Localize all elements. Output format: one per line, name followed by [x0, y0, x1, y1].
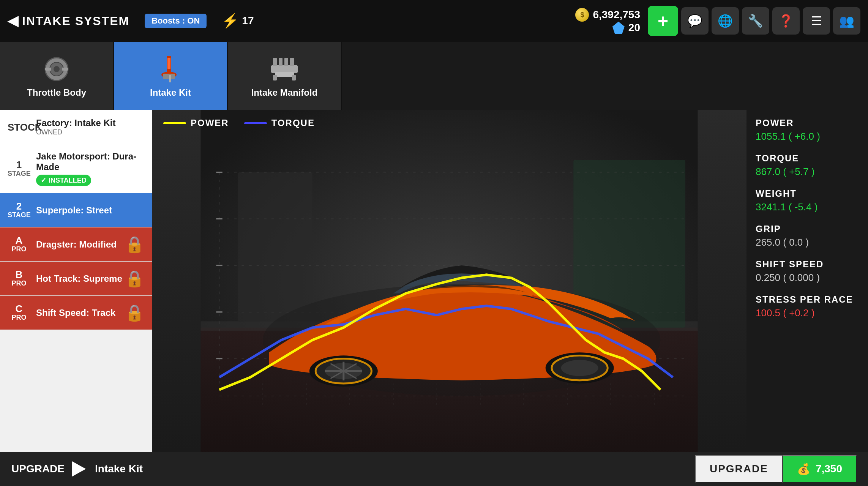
stat-torque-value: 867.0 ( +5.7 ) — [756, 166, 859, 178]
tab-throttle-body-label: Throttle Body — [27, 87, 86, 98]
svg-rect-12 — [273, 58, 277, 66]
torque-legend-label: TORQUE — [271, 118, 315, 128]
play-icon — [72, 461, 87, 477]
svg-rect-11 — [271, 65, 298, 73]
svg-rect-3 — [45, 68, 51, 71]
gem-row: 20 — [612, 22, 640, 34]
stage-sub-2: STAGE — [8, 211, 30, 219]
upgrade-name-c: Shift Speed: Track — [36, 308, 125, 318]
stat-weight-name: WEIGHT — [756, 188, 859, 199]
stat-torque-name: TORQUE — [756, 153, 859, 164]
upgrade-name-a: Dragster: Modified — [36, 239, 125, 250]
tab-row: Throttle Body Intake Kit Intake Manifold — [0, 42, 342, 110]
lock-icon-b: 🔒 — [125, 269, 144, 288]
torque-legend-line — [244, 122, 267, 124]
coin-icon: $ — [575, 8, 589, 22]
upgrade-item-stage1[interactable]: 1 STAGE Jake Motorsport: Dura-Made ✓ INS… — [0, 144, 152, 193]
back-arrow-icon: ◀ — [8, 13, 18, 29]
stage-label-a: A PRO — [8, 235, 30, 253]
main-content: STOCK Factory: Intake Kit OWNED 1 STAGE … — [0, 110, 868, 452]
upgrade-button[interactable]: UPGRADE — [695, 455, 783, 483]
stat-power: POWER 1055.1 ( +6.0 ) — [756, 118, 859, 142]
stage-text-a: A — [8, 235, 30, 245]
intake-kit-icon — [155, 54, 186, 84]
svg-rect-15 — [290, 58, 294, 66]
lightning-icon: ⚡ — [222, 13, 239, 29]
lock-icon-a: 🔒 — [125, 235, 144, 254]
upgrade-item-stagec[interactable]: C PRO Shift Speed: Track 🔒 — [0, 296, 152, 330]
upgrade-item-stock[interactable]: STOCK Factory: Intake Kit OWNED — [0, 110, 152, 144]
checkmark-icon: ✓ — [41, 176, 46, 185]
svg-point-2 — [54, 66, 60, 72]
coin-amount: 6,392,753 — [593, 9, 640, 21]
social-button[interactable]: 👥 — [833, 7, 860, 35]
upgrade-info-1: Jake Motorsport: Dura-Made ✓ INSTALLED — [30, 151, 144, 186]
upgrade-info-stock: Factory: Intake Kit OWNED — [30, 118, 144, 136]
upgrade-name-b: Hot Track: Supreme — [36, 273, 125, 284]
upgrade-item-stagea[interactable]: A PRO Dragster: Modified 🔒 — [0, 227, 152, 262]
upgrade-info-c: Shift Speed: Track — [30, 308, 125, 318]
upgrade-item-label: Intake Kit — [95, 463, 143, 475]
stat-grip-value: 265.0 ( 0.0 ) — [756, 237, 859, 248]
tab-intake-manifold[interactable]: Intake Manifold — [228, 42, 342, 110]
upgrade-item-stage2[interactable]: 2 STAGE Superpole: Street — [0, 193, 152, 227]
bottom-left: UPGRADE Intake Kit — [11, 461, 143, 477]
upgrade-info-b: Hot Track: Supreme — [30, 273, 125, 284]
tab-throttle-body[interactable]: Throttle Body — [0, 42, 114, 110]
currency-section: $ 6,392,753 20 — [575, 8, 640, 34]
tab-intake-kit-label: Intake Kit — [150, 87, 191, 98]
svg-rect-16 — [275, 72, 294, 77]
menu-button[interactable]: ☰ — [803, 7, 830, 35]
stage-text-b: B — [8, 270, 30, 279]
header-actions: + 💬 🌐 🔧 ❓ ☰ 👥 — [648, 6, 860, 36]
chart-legend: POWER TORQUE — [163, 118, 315, 128]
cost-amount: 7,350 — [816, 463, 842, 475]
upgrade-item-stageb[interactable]: B PRO Hot Track: Supreme 🔒 — [0, 262, 152, 296]
wrench-button[interactable]: 🔧 — [742, 7, 769, 35]
chat-button[interactable]: 💬 — [681, 7, 709, 35]
upgrade-name-stock: Factory: Intake Kit — [36, 118, 144, 128]
cost-button[interactable]: 💰 7,350 — [783, 455, 857, 483]
tab-intake-kit[interactable]: Intake Kit — [114, 42, 228, 110]
stat-stress-value: 100.5 ( +0.2 ) — [756, 307, 859, 319]
boost-badge[interactable]: Boosts : ON — [145, 14, 207, 28]
svg-rect-7 — [167, 58, 170, 69]
cost-coin-icon: 💰 — [797, 463, 810, 475]
svg-rect-17 — [273, 75, 277, 80]
stat-shift-speed-value: 0.250 ( 0.000 ) — [756, 272, 859, 284]
tab-intake-manifold-label: Intake Manifold — [251, 87, 318, 98]
stat-stress-name: STRESS PER RACE — [756, 294, 859, 305]
stat-shift-speed-name: SHIFT SPEED — [756, 259, 859, 270]
coin-row: $ 6,392,753 — [575, 8, 640, 22]
stage-label-stock: STOCK — [8, 122, 30, 132]
stat-power-value: 1055.1 ( +6.0 ) — [756, 131, 859, 142]
svg-point-47 — [561, 360, 598, 376]
stat-grip-name: GRIP — [756, 224, 859, 234]
installed-badge: ✓ INSTALLED — [36, 175, 91, 186]
stat-power-name: POWER — [756, 118, 859, 128]
bottom-bar: UPGRADE Intake Kit UPGRADE 💰 7,350 — [0, 452, 868, 486]
stock-sub: OWNED — [36, 128, 144, 136]
help-button[interactable]: ❓ — [772, 7, 800, 35]
stage-sub-c: PRO — [8, 314, 30, 322]
upgrade-label: UPGRADE — [11, 463, 65, 475]
page-title: INTAKE SYSTEM — [22, 14, 129, 28]
back-button[interactable]: ◀ INTAKE SYSTEM — [8, 13, 129, 29]
gem-amount: 20 — [628, 22, 640, 34]
stat-shift-speed: SHIFT SPEED 0.250 ( 0.000 ) — [756, 259, 859, 284]
globe-button[interactable]: 🌐 — [712, 7, 739, 35]
add-button[interactable]: + — [648, 6, 678, 36]
power-legend: POWER — [163, 118, 229, 128]
stage-label-b: B PRO — [8, 270, 30, 287]
gem-icon — [612, 22, 625, 34]
svg-rect-4 — [62, 68, 68, 71]
upgrade-info-2: Superpole: Street — [30, 205, 144, 216]
upgrade-info-a: Dragster: Modified — [30, 239, 125, 250]
stat-torque: TORQUE 867.0 ( +5.7 ) — [756, 153, 859, 178]
lock-icon-c: 🔒 — [125, 303, 144, 322]
lightning-count: 17 — [242, 15, 254, 27]
upgrade-name-2: Superpole: Street — [36, 205, 144, 216]
stage-text-stock: STOCK — [8, 122, 30, 132]
stage-label-c: C PRO — [8, 304, 30, 322]
power-legend-label: POWER — [191, 118, 229, 128]
